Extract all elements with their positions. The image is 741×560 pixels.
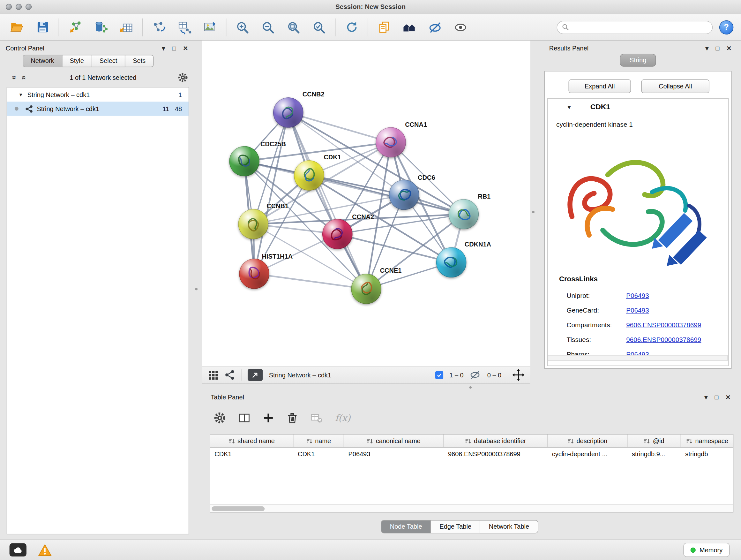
import-network-from-database-button[interactable] [91,17,110,37]
right-splitter-handle[interactable] [532,211,534,213]
open-in-external-button[interactable] [248,369,263,381]
crosslink-tissues-link[interactable]: 9606.ENSP00000378699 [626,335,701,343]
control-panel-float-icon[interactable]: □ [172,45,176,52]
tab-select[interactable]: Select [91,55,125,67]
share-network-icon[interactable] [224,370,235,380]
tab-network-table[interactable]: Network Table [480,520,538,533]
column-header-canonical-name[interactable]: canonical name [344,435,444,447]
import-network-from-file-button[interactable] [66,17,84,37]
gene-section-collapse-icon[interactable]: ▼ [567,105,572,110]
table-panel-menu-icon[interactable]: ▾ [704,394,708,401]
network-node-ccnb1[interactable] [238,209,268,240]
pan-crosshair-icon[interactable] [512,369,525,381]
results-panel-float-icon[interactable]: □ [716,45,719,52]
collapse-all-networks-icon[interactable]: » [10,73,18,82]
import-table-from-file-button[interactable] [117,17,136,37]
network-node-cdkn1a[interactable] [436,247,467,278]
tab-style[interactable]: Style [62,55,92,67]
cloud-button[interactable] [10,543,26,557]
function-builder-button[interactable]: f(x) [335,413,350,423]
column-header-shared-name[interactable]: shared name [210,435,293,447]
table-settings-button[interactable] [213,412,226,424]
network-node-cdc6[interactable] [389,180,419,210]
expand-all-networks-icon[interactable]: » [19,73,28,82]
network-label: String Network – cdk1 [37,105,99,112]
show-all-networks-button[interactable] [400,17,419,37]
tab-string[interactable]: String [620,54,656,67]
table-hscrollbar[interactable] [210,504,733,512]
delete-column-button[interactable] [286,412,298,424]
results-panel-menu-icon[interactable]: ▾ [705,45,709,52]
network-collection-row[interactable]: ▼ String Network – cdk1 1 [7,87,189,102]
horizontal-splitter-handle[interactable] [469,386,472,388]
table-row[interactable]: CDK1CDK1P064939606.ENSP00000378699cyclin… [210,448,733,460]
crosslink-compartments-link[interactable]: 9606.ENSP00000378699 [626,321,701,328]
network-node-cdk1[interactable] [294,160,324,191]
crosslink-row: Compartments:9606.ENSP00000378699 [567,317,723,332]
clipboard-document-button[interactable] [375,17,394,37]
network-node-hist1h1a[interactable] [239,259,269,289]
warnings-button[interactable] [37,543,53,557]
table-panel-close-icon[interactable]: ✕ [725,394,731,401]
hide-selected-button[interactable] [426,17,445,37]
search-box[interactable] [557,20,713,34]
tab-network[interactable]: Network [23,55,62,67]
network-node-ccnb2[interactable] [273,98,304,128]
save-session-button[interactable] [33,17,52,37]
collapse-all-button[interactable]: Collapse All [642,79,710,93]
refresh-layout-button[interactable] [342,17,361,37]
create-column-button[interactable] [263,412,274,424]
table-panel-float-icon[interactable]: □ [715,394,718,401]
delete-table-button[interactable] [311,412,323,424]
node-label-cdkn1a: CDKN1A [465,241,491,248]
network-table-view-button[interactable] [175,17,194,37]
tab-edge-table[interactable]: Edge Table [430,520,480,533]
table-hscrollbar-thumb[interactable] [212,506,265,511]
column-header-database-identifier[interactable]: database identifier [444,435,548,447]
crosslink-genecard-link[interactable]: P06493 [626,306,649,314]
left-splitter-handle[interactable] [195,288,198,290]
network-node-cdc25b[interactable] [229,146,259,177]
network-node-ccna2[interactable] [322,219,353,249]
results-hscrollbar[interactable] [548,355,728,361]
zoom-selected-button[interactable] [310,17,328,37]
tree-expand-icon[interactable]: ▼ [18,92,23,97]
network-row-selected[interactable]: String Network – cdk1 11 48 [7,102,189,116]
protein-ribbon-icon [437,248,465,276]
control-panel-menu-icon[interactable]: ▾ [162,45,165,52]
network-node-ccne1[interactable] [351,273,381,304]
memory-button[interactable]: Memory [684,543,730,557]
column-header-description[interactable]: description [548,435,627,447]
tab-node-table[interactable]: Node Table [381,520,431,533]
network-options-gear-icon[interactable] [178,72,188,83]
zoom-in-button[interactable] [233,17,252,37]
tab-sets[interactable]: Sets [125,55,153,67]
results-panel-close-icon[interactable]: ✕ [726,45,731,52]
show-selected-button[interactable] [451,17,470,37]
zoom-fit-button[interactable] [284,17,303,37]
zoom-out-button[interactable] [259,17,277,37]
control-panel-close-icon[interactable]: ✕ [183,45,188,52]
open-session-button[interactable] [8,17,26,37]
column-header-namespace[interactable]: namespace [681,435,733,447]
statusbar-separator [241,369,241,381]
selected-checkbox-icon[interactable] [435,371,443,379]
network-canvas[interactable]: CCNB2 CCNA1 CDC25B CDK1 CDC6 RB1 CCNB1 C… [202,41,530,366]
selected-node-edge-counts: 1 – 0 [449,371,463,378]
column-header-name[interactable]: name [293,435,344,447]
search-input[interactable] [572,23,708,30]
birds-eye-view-icon[interactable] [208,370,219,380]
network-node-rb1[interactable] [448,199,479,229]
show-columns-button[interactable] [238,412,251,424]
expand-all-button[interactable]: Expand All [569,79,631,93]
protein-ribbon-icon [239,209,268,239]
network-node-ccna1[interactable] [376,127,406,158]
export-image-button[interactable] [200,17,219,37]
apply-layout-button[interactable] [149,17,168,37]
column-header-label: database identifier [474,437,526,444]
table-header-row: shared name name canonical name database… [210,435,733,448]
help-button[interactable]: ? [719,20,733,34]
results-panel-header: Results Panel ▾ □ ✕ [542,43,734,54]
column-header--id[interactable]: @id [628,435,681,447]
crosslink-uniprot-link[interactable]: P06493 [626,292,649,299]
